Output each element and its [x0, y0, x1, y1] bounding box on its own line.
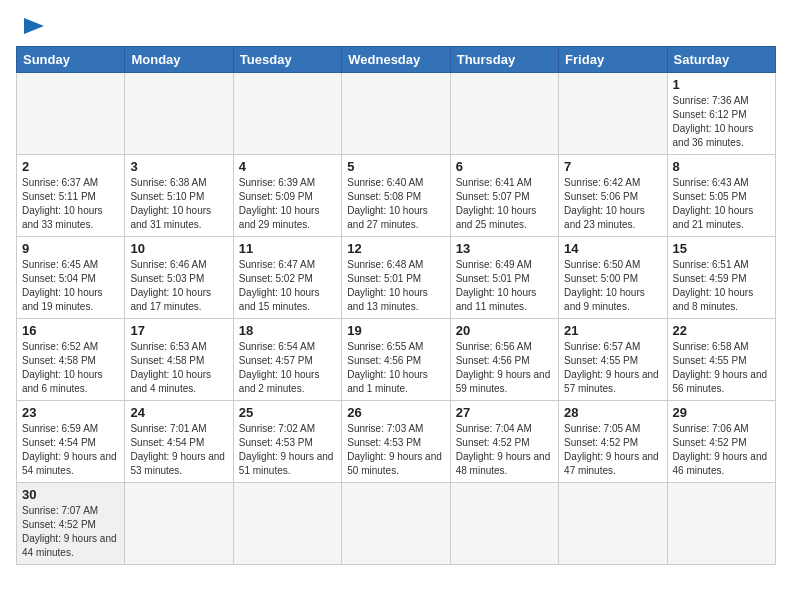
day-number: 11	[239, 241, 336, 256]
calendar-table: SundayMondayTuesdayWednesdayThursdayFrid…	[16, 46, 776, 565]
day-info: Sunrise: 6:51 AM Sunset: 4:59 PM Dayligh…	[673, 258, 770, 314]
calendar-cell	[342, 483, 450, 565]
calendar-cell	[125, 73, 233, 155]
day-info: Sunrise: 6:54 AM Sunset: 4:57 PM Dayligh…	[239, 340, 336, 396]
day-number: 21	[564, 323, 661, 338]
calendar-cell	[450, 73, 558, 155]
calendar-cell: 28Sunrise: 7:05 AM Sunset: 4:52 PM Dayli…	[559, 401, 667, 483]
day-info: Sunrise: 7:03 AM Sunset: 4:53 PM Dayligh…	[347, 422, 444, 478]
day-info: Sunrise: 7:36 AM Sunset: 6:12 PM Dayligh…	[673, 94, 770, 150]
day-info: Sunrise: 6:58 AM Sunset: 4:55 PM Dayligh…	[673, 340, 770, 396]
svg-marker-0	[24, 18, 44, 34]
calendar-cell	[17, 73, 125, 155]
day-info: Sunrise: 6:40 AM Sunset: 5:08 PM Dayligh…	[347, 176, 444, 232]
day-info: Sunrise: 6:50 AM Sunset: 5:00 PM Dayligh…	[564, 258, 661, 314]
calendar-cell: 5Sunrise: 6:40 AM Sunset: 5:08 PM Daylig…	[342, 155, 450, 237]
day-number: 5	[347, 159, 444, 174]
calendar-cell	[559, 73, 667, 155]
day-number: 25	[239, 405, 336, 420]
calendar-header-thursday: Thursday	[450, 47, 558, 73]
day-number: 3	[130, 159, 227, 174]
page-header	[16, 16, 776, 36]
day-number: 26	[347, 405, 444, 420]
day-number: 20	[456, 323, 553, 338]
calendar-cell: 3Sunrise: 6:38 AM Sunset: 5:10 PM Daylig…	[125, 155, 233, 237]
day-info: Sunrise: 7:02 AM Sunset: 4:53 PM Dayligh…	[239, 422, 336, 478]
day-info: Sunrise: 6:49 AM Sunset: 5:01 PM Dayligh…	[456, 258, 553, 314]
day-number: 10	[130, 241, 227, 256]
calendar-cell	[559, 483, 667, 565]
calendar-week-row: 1Sunrise: 7:36 AM Sunset: 6:12 PM Daylig…	[17, 73, 776, 155]
calendar-cell	[342, 73, 450, 155]
day-number: 6	[456, 159, 553, 174]
calendar-header-row: SundayMondayTuesdayWednesdayThursdayFrid…	[17, 47, 776, 73]
calendar-cell: 8Sunrise: 6:43 AM Sunset: 5:05 PM Daylig…	[667, 155, 775, 237]
day-info: Sunrise: 6:48 AM Sunset: 5:01 PM Dayligh…	[347, 258, 444, 314]
logo-icon	[20, 16, 48, 36]
calendar-week-row: 9Sunrise: 6:45 AM Sunset: 5:04 PM Daylig…	[17, 237, 776, 319]
calendar-cell	[125, 483, 233, 565]
calendar-cell	[233, 483, 341, 565]
calendar-cell	[667, 483, 775, 565]
day-number: 29	[673, 405, 770, 420]
calendar-cell: 16Sunrise: 6:52 AM Sunset: 4:58 PM Dayli…	[17, 319, 125, 401]
day-number: 30	[22, 487, 119, 502]
day-number: 9	[22, 241, 119, 256]
calendar-cell: 18Sunrise: 6:54 AM Sunset: 4:57 PM Dayli…	[233, 319, 341, 401]
calendar-header-sunday: Sunday	[17, 47, 125, 73]
day-number: 15	[673, 241, 770, 256]
calendar-cell: 14Sunrise: 6:50 AM Sunset: 5:00 PM Dayli…	[559, 237, 667, 319]
day-number: 8	[673, 159, 770, 174]
day-info: Sunrise: 6:52 AM Sunset: 4:58 PM Dayligh…	[22, 340, 119, 396]
calendar-cell: 6Sunrise: 6:41 AM Sunset: 5:07 PM Daylig…	[450, 155, 558, 237]
calendar-cell: 19Sunrise: 6:55 AM Sunset: 4:56 PM Dayli…	[342, 319, 450, 401]
calendar-cell: 29Sunrise: 7:06 AM Sunset: 4:52 PM Dayli…	[667, 401, 775, 483]
day-number: 22	[673, 323, 770, 338]
day-info: Sunrise: 6:45 AM Sunset: 5:04 PM Dayligh…	[22, 258, 119, 314]
calendar-header-friday: Friday	[559, 47, 667, 73]
calendar-cell: 23Sunrise: 6:59 AM Sunset: 4:54 PM Dayli…	[17, 401, 125, 483]
calendar-cell: 7Sunrise: 6:42 AM Sunset: 5:06 PM Daylig…	[559, 155, 667, 237]
day-info: Sunrise: 6:47 AM Sunset: 5:02 PM Dayligh…	[239, 258, 336, 314]
calendar-cell: 12Sunrise: 6:48 AM Sunset: 5:01 PM Dayli…	[342, 237, 450, 319]
day-info: Sunrise: 6:37 AM Sunset: 5:11 PM Dayligh…	[22, 176, 119, 232]
day-number: 7	[564, 159, 661, 174]
day-number: 27	[456, 405, 553, 420]
day-info: Sunrise: 7:07 AM Sunset: 4:52 PM Dayligh…	[22, 504, 119, 560]
day-info: Sunrise: 6:53 AM Sunset: 4:58 PM Dayligh…	[130, 340, 227, 396]
day-number: 1	[673, 77, 770, 92]
day-info: Sunrise: 6:39 AM Sunset: 5:09 PM Dayligh…	[239, 176, 336, 232]
day-number: 23	[22, 405, 119, 420]
day-info: Sunrise: 6:55 AM Sunset: 4:56 PM Dayligh…	[347, 340, 444, 396]
day-info: Sunrise: 6:57 AM Sunset: 4:55 PM Dayligh…	[564, 340, 661, 396]
calendar-cell: 25Sunrise: 7:02 AM Sunset: 4:53 PM Dayli…	[233, 401, 341, 483]
calendar-cell: 1Sunrise: 7:36 AM Sunset: 6:12 PM Daylig…	[667, 73, 775, 155]
calendar-week-row: 2Sunrise: 6:37 AM Sunset: 5:11 PM Daylig…	[17, 155, 776, 237]
day-info: Sunrise: 6:41 AM Sunset: 5:07 PM Dayligh…	[456, 176, 553, 232]
calendar-cell: 26Sunrise: 7:03 AM Sunset: 4:53 PM Dayli…	[342, 401, 450, 483]
calendar-cell: 11Sunrise: 6:47 AM Sunset: 5:02 PM Dayli…	[233, 237, 341, 319]
day-info: Sunrise: 7:01 AM Sunset: 4:54 PM Dayligh…	[130, 422, 227, 478]
calendar-header-tuesday: Tuesday	[233, 47, 341, 73]
calendar-header-saturday: Saturday	[667, 47, 775, 73]
day-number: 2	[22, 159, 119, 174]
day-number: 17	[130, 323, 227, 338]
day-number: 4	[239, 159, 336, 174]
day-number: 28	[564, 405, 661, 420]
calendar-cell: 22Sunrise: 6:58 AM Sunset: 4:55 PM Dayli…	[667, 319, 775, 401]
day-number: 13	[456, 241, 553, 256]
calendar-week-row: 23Sunrise: 6:59 AM Sunset: 4:54 PM Dayli…	[17, 401, 776, 483]
calendar-cell	[233, 73, 341, 155]
logo	[16, 16, 48, 36]
day-info: Sunrise: 6:46 AM Sunset: 5:03 PM Dayligh…	[130, 258, 227, 314]
day-number: 19	[347, 323, 444, 338]
day-info: Sunrise: 7:06 AM Sunset: 4:52 PM Dayligh…	[673, 422, 770, 478]
calendar-week-row: 16Sunrise: 6:52 AM Sunset: 4:58 PM Dayli…	[17, 319, 776, 401]
day-number: 12	[347, 241, 444, 256]
day-info: Sunrise: 7:04 AM Sunset: 4:52 PM Dayligh…	[456, 422, 553, 478]
calendar-cell: 10Sunrise: 6:46 AM Sunset: 5:03 PM Dayli…	[125, 237, 233, 319]
day-info: Sunrise: 6:56 AM Sunset: 4:56 PM Dayligh…	[456, 340, 553, 396]
day-info: Sunrise: 6:42 AM Sunset: 5:06 PM Dayligh…	[564, 176, 661, 232]
calendar-cell: 30Sunrise: 7:07 AM Sunset: 4:52 PM Dayli…	[17, 483, 125, 565]
calendar-header-monday: Monday	[125, 47, 233, 73]
